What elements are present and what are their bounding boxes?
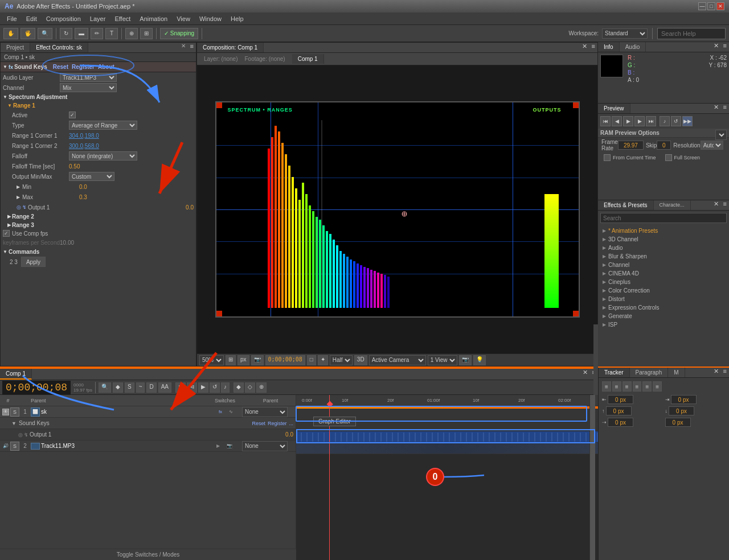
quality-dropdown[interactable]: Half [330, 355, 353, 365]
last-frame-btn[interactable]: ⏭ [646, 116, 656, 126]
skip-input[interactable] [657, 141, 671, 150]
tool-text[interactable]: T [105, 28, 118, 39]
layer-2-row[interactable]: 🔊 S 2 Track11.MP3 ▶ 📷 None [0, 440, 296, 452]
about-btn[interactable]: About... [98, 64, 119, 70]
falloff-dropdown[interactable]: None (integrate) [69, 151, 137, 160]
tl-aa-btn[interactable]: AA [158, 382, 171, 393]
space-after-input[interactable] [669, 406, 694, 415]
output-minmax-dropdown[interactable]: Custom [69, 172, 114, 181]
indent-right-input[interactable] [671, 395, 697, 404]
justify-left-btn[interactable]: ≡ [633, 381, 642, 392]
commands-section[interactable]: ▼ Commands [1, 248, 196, 256]
zoom-dropdown[interactable]: 50% [199, 355, 224, 365]
close-button[interactable]: ✕ [716, 2, 724, 10]
sound-keys-expand[interactable]: ▼ [11, 421, 17, 426]
effect-3d-channel[interactable]: ▶ 3D Channel [599, 235, 728, 244]
tl-draft-btn[interactable]: D [146, 382, 156, 393]
play-btn[interactable]: ▶ [623, 116, 633, 126]
sk-register[interactable]: Register [268, 421, 287, 426]
transparency-btn[interactable]: ✦ [318, 355, 328, 365]
snapshot-btn[interactable]: 📷 [251, 355, 264, 365]
tab-tracker[interactable]: Tracker [599, 368, 630, 377]
menu-composition[interactable]: Composition [42, 14, 85, 23]
tl-shy-btn[interactable]: ~ [136, 382, 145, 393]
first-frame-btn[interactable]: ⏮ [600, 116, 611, 126]
min-value[interactable]: 0.0 [79, 184, 87, 190]
effect-animation-presets[interactable]: ▶ * Animation Presets [599, 227, 728, 235]
maximize-button[interactable]: □ [707, 2, 715, 10]
indent-left-input[interactable] [608, 395, 633, 404]
timeline-close[interactable]: ✕ [580, 369, 590, 380]
layer-1-name[interactable]: sk [41, 409, 215, 415]
menu-layer[interactable]: Layer [85, 14, 110, 23]
menu-file[interactable]: File [2, 14, 22, 23]
layer-2-solo[interactable]: S [10, 442, 19, 451]
layer-1-solo[interactable]: S [10, 407, 19, 417]
effect-blur-sharpen[interactable]: ▶ Blur & Sharpen [599, 252, 728, 261]
tab-info[interactable]: Info [598, 42, 620, 52]
tool-rect[interactable]: ▬ [75, 28, 88, 39]
extra-input[interactable] [665, 418, 691, 427]
output1-watch[interactable]: ◎ [18, 432, 23, 438]
tool-zoom[interactable]: 🔍 [38, 28, 52, 39]
pixels-btn[interactable]: px [237, 355, 249, 365]
tl-audio-btn[interactable]: ♪ [221, 382, 230, 393]
minimize-button[interactable]: — [698, 2, 706, 10]
menu-window[interactable]: Window [195, 14, 226, 23]
tool-pen[interactable]: ✏ [91, 28, 103, 39]
fit-btn[interactable]: ⊞ [226, 355, 236, 365]
effects-menu[interactable]: ≡ [721, 200, 729, 210]
prev-frame-btn[interactable]: ◀ [612, 116, 622, 126]
sound-keys-section[interactable]: ▼ fx Sound Keys Reset Register About... [1, 62, 196, 72]
corner2-value[interactable]: 300.0,568.0 [69, 143, 99, 149]
tool-hand[interactable]: 🖐 [21, 28, 35, 39]
menu-edit[interactable]: Edit [22, 14, 42, 23]
menu-help[interactable]: Help [226, 14, 248, 23]
effects-search-input[interactable] [600, 213, 727, 223]
keyframes-value[interactable]: 10.00 [60, 240, 74, 246]
search-help-input[interactable] [657, 28, 726, 39]
layer-2-audio[interactable]: 🔊 [2, 443, 9, 450]
effect-channel[interactable]: ▶ Channel [599, 261, 728, 269]
indent-first-input[interactable] [608, 418, 633, 427]
tl-loop-btn[interactable]: ↺ [210, 382, 220, 393]
effects-close[interactable]: ✕ [711, 200, 721, 210]
tool-selection[interactable]: ✋ [3, 28, 18, 39]
corner1-value[interactable]: 304.0,198.0 [69, 133, 99, 139]
tab-preview[interactable]: Preview [598, 104, 630, 113]
timeline-timecode[interactable]: 0;00;00;08 [2, 381, 71, 394]
views-dropdown[interactable]: 1 View [428, 355, 457, 365]
tl-play-btn[interactable]: ▶ [198, 382, 208, 393]
info-panel-close[interactable]: ✕ [711, 42, 721, 52]
ram-options-dropdown[interactable]: ▼ [715, 130, 727, 140]
sk-reset[interactable]: Reset [252, 421, 265, 426]
layer-2-expand[interactable]: ▶ [214, 442, 223, 451]
info-panel-menu[interactable]: ≡ [721, 42, 729, 52]
align-left-btn[interactable]: ≡ [602, 381, 611, 392]
layer-2-camera[interactable]: 📷 [224, 443, 235, 448]
tab-effects-presets[interactable]: Effects & Presets [598, 200, 654, 210]
loop-btn[interactable]: ↺ [671, 116, 681, 126]
effect-cinema4d[interactable]: ▶ CINEMA 4D [599, 269, 728, 278]
comp-tab[interactable]: Comp 1 [292, 54, 324, 64]
align-center-btn[interactable]: ≡ [612, 381, 621, 392]
effect-color-correction[interactable]: ▶ Color Correction [599, 286, 728, 295]
tab-project[interactable]: Project [1, 43, 30, 52]
tl-kf-btn3[interactable]: ⊕ [256, 382, 267, 393]
ram-preview-btn[interactable]: ▶▶ [682, 116, 693, 126]
frame-rate-input[interactable] [618, 141, 644, 150]
tab-m[interactable]: M [668, 368, 685, 377]
tracker-menu[interactable]: ≡ [721, 368, 729, 377]
layer-1-row[interactable]: 👁 S 1 ⬜ sk fx ∿ None [0, 406, 296, 418]
audio-btn[interactable]: ♪ [660, 116, 670, 126]
output1-stopwatch[interactable]: ◎ [17, 204, 21, 210]
tl-markers-btn[interactable]: ◆ [113, 382, 123, 393]
3d-btn[interactable]: 3D [354, 355, 367, 365]
next-frame-btn[interactable]: ▶ [634, 116, 645, 126]
timeline-scrollbar[interactable] [589, 395, 595, 560]
tab-composition[interactable]: Composition: Comp 1 [197, 43, 264, 52]
comp-panel-menu[interactable]: ≡ [589, 43, 597, 52]
tl-solo-btn[interactable]: S [125, 382, 134, 393]
tl-kf-btn1[interactable]: ◆ [234, 382, 244, 393]
channel-dropdown[interactable]: Mix [60, 83, 117, 92]
